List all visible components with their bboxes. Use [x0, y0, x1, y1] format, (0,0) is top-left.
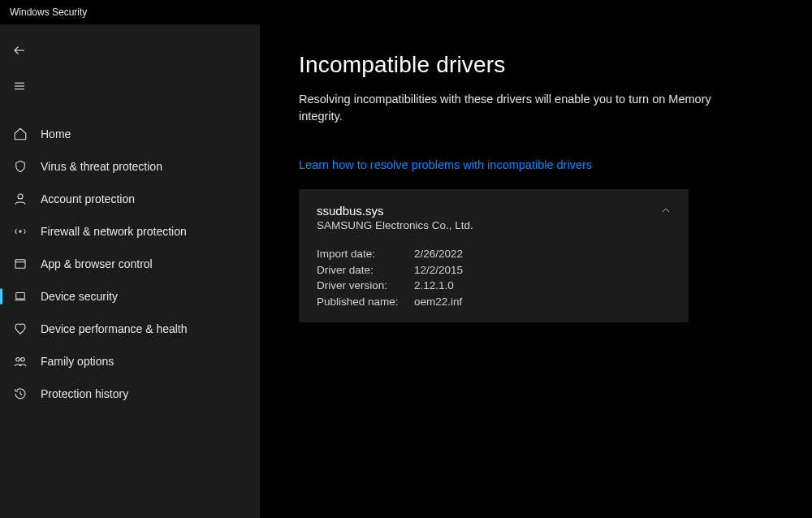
sidebar-item-label: Home — [41, 127, 71, 140]
page-subtitle: Resolving incompatibilities with these d… — [299, 91, 721, 125]
sidebar-item-label: Device performance & health — [41, 322, 188, 335]
detail-label: Driver version: — [317, 278, 414, 294]
svg-point-11 — [21, 358, 25, 362]
home-icon — [11, 125, 29, 143]
svg-point-4 — [18, 194, 23, 199]
heart-icon — [11, 320, 29, 338]
sidebar-item-app-browser[interactable]: App & browser control — [0, 248, 260, 279]
sidebar-item-label: App & browser control — [41, 257, 153, 270]
laptop-icon — [11, 287, 29, 305]
driver-filename: ssudbus.sys — [317, 204, 671, 218]
person-icon — [11, 190, 29, 208]
sidebar-item-label: Virus & threat protection — [41, 160, 162, 173]
sidebar-item-label: Account protection — [41, 192, 135, 205]
detail-row: Driver date: 12/2/2015 — [317, 262, 671, 278]
nav-list: Home Virus & threat protection Account p… — [0, 119, 260, 409]
svg-point-5 — [19, 231, 21, 232]
window-icon — [11, 255, 29, 273]
driver-card[interactable]: ssudbus.sys SAMSUNG Electronics Co., Ltd… — [299, 189, 689, 322]
svg-rect-8 — [16, 293, 25, 300]
detail-label: Published name: — [317, 294, 414, 310]
sidebar-item-label: Device security — [41, 290, 118, 303]
detail-label: Import date: — [317, 246, 414, 262]
detail-value: 12/2/2015 — [414, 262, 463, 278]
help-link[interactable]: Learn how to resolve problems with incom… — [299, 158, 592, 171]
detail-row: Driver version: 2.12.1.0 — [317, 278, 671, 294]
detail-value: 2.12.1.0 — [414, 278, 454, 294]
sidebar: Home Virus & threat protection Account p… — [0, 24, 260, 518]
titlebar: Windows Security — [0, 0, 812, 24]
sidebar-item-label: Protection history — [41, 387, 128, 400]
sidebar-item-account[interactable]: Account protection — [0, 183, 260, 214]
detail-value: oem22.inf — [414, 294, 462, 310]
detail-label: Driver date: — [317, 262, 414, 278]
page-title: Incompatible drivers — [299, 52, 780, 78]
sidebar-item-family[interactable]: Family options — [0, 346, 260, 377]
svg-point-10 — [16, 358, 20, 362]
detail-row: Published name: oem22.inf — [317, 294, 671, 310]
sidebar-item-label: Family options — [41, 355, 114, 368]
detail-row: Import date: 2/26/2022 — [317, 246, 671, 262]
sidebar-item-history[interactable]: Protection history — [0, 378, 260, 409]
sidebar-item-performance[interactable]: Device performance & health — [0, 313, 260, 344]
content-pane: Incompatible drivers Resolving incompati… — [260, 24, 812, 518]
shield-icon — [11, 158, 29, 175]
history-icon — [11, 385, 29, 403]
sidebar-item-firewall[interactable]: Firewall & network protection — [0, 216, 260, 247]
sidebar-item-virus[interactable]: Virus & threat protection — [0, 151, 260, 182]
people-icon — [11, 352, 29, 370]
driver-details: Import date: 2/26/2022 Driver date: 12/2… — [317, 246, 671, 309]
driver-vendor: SAMSUNG Electronics Co., Ltd. — [317, 219, 671, 231]
detail-value: 2/26/2022 — [414, 246, 463, 262]
svg-rect-6 — [15, 260, 25, 269]
sidebar-item-home[interactable]: Home — [0, 119, 260, 149]
chevron-up-icon[interactable] — [659, 204, 672, 217]
back-button[interactable] — [2, 36, 37, 65]
app-title: Windows Security — [10, 6, 87, 18]
sidebar-item-device-security[interactable]: Device security — [0, 281, 260, 312]
hamburger-button[interactable] — [2, 71, 37, 101]
sidebar-item-label: Firewall & network protection — [41, 225, 187, 238]
signal-icon — [11, 222, 29, 240]
